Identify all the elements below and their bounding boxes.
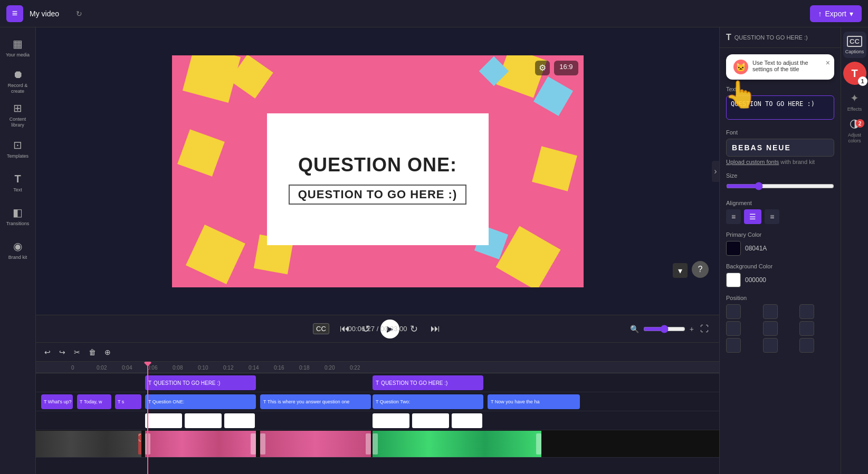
white-clip-4[interactable] — [373, 413, 409, 428]
white-clip-2[interactable] — [185, 413, 222, 428]
question-title: QUESTION ONE: — [298, 154, 457, 176]
hint-close-button[interactable]: × — [826, 59, 830, 67]
size-section: Size — [726, 172, 834, 192]
white-clip-3[interactable] — [224, 413, 255, 428]
skip-forward-button[interactable]: ⏭ — [428, 321, 442, 336]
clip-now-you[interactable]: T Now you have the ha — [488, 394, 580, 409]
text-icon: T — [14, 173, 21, 185]
canvas-controls: ⚙ 16:9 — [535, 61, 578, 75]
clip-question-2[interactable]: T QUESTION TO GO HERE :) — [373, 375, 483, 390]
expand-button[interactable]: ▾ — [673, 263, 688, 278]
icon-rail-effects[interactable]: ✦ Effects — [843, 89, 866, 115]
white-clip-1[interactable] — [145, 413, 182, 428]
sidebar-item-brand-kit[interactable]: ◉ Brand kit — [2, 234, 34, 266]
white-clip-5[interactable] — [412, 413, 449, 428]
export-icon: ↑ — [818, 9, 822, 18]
sidebar-item-transitions[interactable]: ◧ Transitions — [2, 200, 34, 232]
canvas-frame[interactable]: QUESTION ONE: QUESTION TO GO HERE :) ⚙ 1… — [172, 55, 584, 287]
project-title-input[interactable] — [30, 9, 72, 18]
align-center-button[interactable]: ☰ — [744, 209, 761, 224]
right-side: T QUESTION TO GO HERE :) 🐱 Use Text to a… — [719, 27, 868, 474]
upload-custom-fonts-link[interactable]: Upload custom fonts — [726, 159, 779, 165]
export-chevron: ▾ — [850, 9, 853, 18]
position-grid — [726, 304, 834, 353]
pos-top-center[interactable] — [763, 304, 778, 319]
trim-handle-right-2[interactable] — [251, 433, 256, 454]
sidebar-item-your-media[interactable]: ▦ Your media — [2, 32, 34, 63]
white-clip-6[interactable] — [452, 413, 482, 428]
icon-rail-captions[interactable]: CC Captions — [843, 32, 866, 58]
effects-icon: ✦ — [850, 92, 859, 104]
icon-rail-adjust-colors[interactable]: ◑ Adjustcolors 2 — [843, 117, 866, 143]
fullscreen-button[interactable]: ⛶ — [698, 322, 711, 336]
clip-question-one[interactable]: T Question ONE: — [145, 394, 256, 409]
primary-color-swatch[interactable] — [726, 241, 741, 256]
text-input[interactable] — [726, 95, 834, 120]
cut-button[interactable]: ✂ — [72, 346, 82, 359]
alignment-buttons: ≡ ☰ ≡ — [726, 209, 834, 224]
canvas-settings-icon[interactable]: ⚙ — [535, 61, 550, 75]
ruler-mark-14: 0:14 — [249, 365, 259, 371]
redo-button[interactable]: ↪ — [57, 346, 68, 359]
video-clip-3[interactable] — [260, 431, 371, 457]
pos-bot-right[interactable] — [799, 338, 814, 353]
forward-button[interactable]: ↻ — [408, 321, 420, 337]
magnet-button[interactable]: ⊕ — [102, 346, 113, 359]
sidebar-item-text[interactable]: T Text — [2, 167, 34, 198]
clip-s[interactable]: T s — [115, 394, 141, 409]
delete-button[interactable]: 🗑 — [87, 346, 98, 359]
zoom-slider[interactable] — [643, 325, 685, 333]
trim-handle-1[interactable]: ⛶ — [138, 433, 141, 454]
pos-bot-center[interactable] — [763, 338, 778, 353]
project-title: ↻ — [30, 9, 82, 18]
sidebar-item-record-create[interactable]: ⏺ Record &create — [2, 65, 34, 97]
ruler-mark-16: 0:16 — [274, 365, 284, 371]
menu-icon[interactable]: ≡ — [6, 5, 23, 22]
background-color-section: Background Color 000000 — [726, 263, 834, 287]
canvas-wrapper: QUESTION ONE: QUESTION TO GO HERE :) ⚙ 1… — [36, 27, 719, 315]
export-button[interactable]: ↑ Export ▾ — [810, 5, 862, 22]
help-button[interactable]: ? — [692, 261, 709, 278]
topbar: ≡ ↻ ↑ Export ▾ — [0, 0, 868, 27]
question-subtitle[interactable]: QUESTION TO GO HERE :) — [289, 185, 467, 205]
playback-bar: CC ⏮ ↺ ▶ ↻ ⏭ 00:06.27 / 00:23.00 🔍 + ⛶ — [36, 315, 719, 342]
aspect-ratio-badge: 16:9 — [554, 61, 578, 75]
topbar-right: ↑ Export ▾ — [810, 5, 862, 22]
pos-top-right[interactable] — [799, 304, 814, 319]
ruler-mark-12: 0:12 — [223, 365, 233, 371]
clip-answer-one[interactable]: T This is where you answer question one — [260, 394, 371, 409]
size-slider[interactable] — [726, 182, 834, 190]
pos-mid-right[interactable] — [799, 321, 814, 336]
background-color-swatch[interactable] — [726, 273, 741, 287]
clip-question-two[interactable]: T Question Two: — [373, 394, 483, 409]
pos-mid-center[interactable] — [763, 321, 778, 336]
sidebar-item-templates[interactable]: ⊡ Templates — [2, 133, 34, 165]
playback-right-controls: 🔍 + ⛶ — [630, 322, 711, 336]
clip-question-1[interactable]: T QUESTION TO GO HERE :) — [145, 375, 256, 390]
video-clip-2[interactable] — [145, 431, 256, 457]
panel-collapse-handle[interactable]: › — [712, 161, 719, 182]
align-left-button[interactable]: ≡ — [726, 209, 741, 224]
time-display: 00:06.27 / 00:23.00 — [348, 325, 407, 333]
captions-icon: CC — [847, 36, 862, 47]
icon-rail-text[interactable]: T 1 — [843, 60, 866, 86]
pos-top-left[interactable] — [726, 304, 741, 319]
cc-toggle[interactable]: CC — [313, 323, 329, 334]
trim-handle-left-2[interactable] — [145, 433, 150, 454]
content-box: QUESTION ONE: QUESTION TO GO HERE :) — [267, 113, 489, 245]
pos-mid-left[interactable] — [726, 321, 741, 336]
font-selector[interactable]: BEBAS NEUE — [726, 139, 834, 157]
properties-panel: 🐱 Use Text to adjust the settings of the… — [720, 48, 841, 474]
timeline-ruler: 0 0:02 0:04 0:06 0:08 0:10 0:12 0:14 0:1… — [36, 362, 719, 373]
video-clip-4[interactable] — [373, 431, 541, 457]
text-t-icon: T — [851, 67, 857, 80]
clip-today[interactable]: T Today, w — [77, 394, 111, 409]
transitions-icon: ◧ — [13, 206, 23, 219]
video-clip-1[interactable]: ⛶ — [36, 431, 141, 457]
clip-whatsup[interactable]: T What's up? — [41, 394, 73, 409]
ruler-mark-22: 0:22 — [350, 365, 360, 371]
undo-button[interactable]: ↩ — [42, 346, 53, 359]
pos-bot-left[interactable] — [726, 338, 741, 353]
align-right-button[interactable]: ≡ — [765, 209, 779, 224]
sidebar-item-content-library[interactable]: ⊞ Contentlibrary — [2, 99, 34, 131]
